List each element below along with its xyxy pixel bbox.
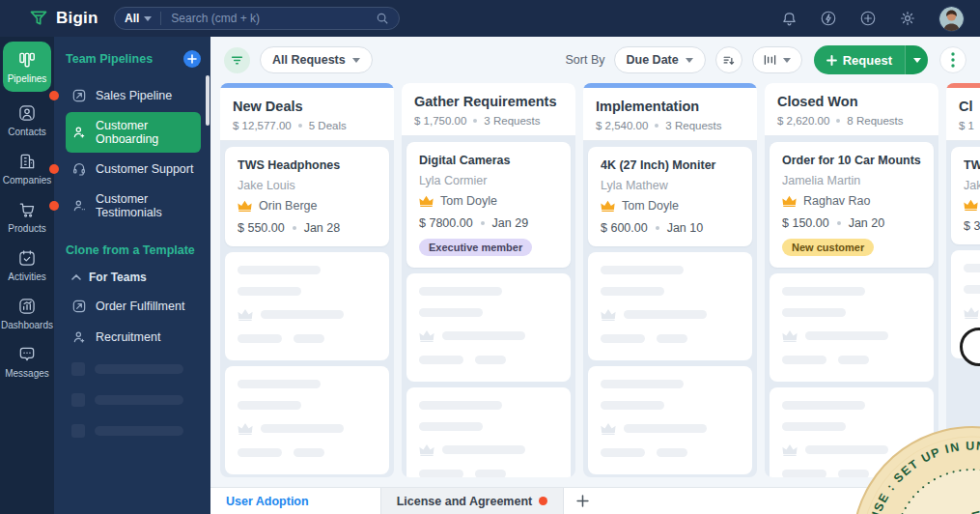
crown-icon xyxy=(964,199,978,211)
settings-gear-icon[interactable] xyxy=(899,10,916,27)
tab-user-adoption[interactable]: User Adoption xyxy=(210,488,324,514)
person-plus-icon xyxy=(71,329,87,345)
deal-card[interactable]: TWS Headphones Jake Louis Orin Berge $ 5… xyxy=(225,147,389,246)
crown-icon xyxy=(601,200,615,212)
notification-dot xyxy=(49,91,59,100)
sort-order-button[interactable] xyxy=(715,46,742,73)
rail-item-dashboards[interactable]: Dashboards xyxy=(0,289,54,337)
search-scope-dropdown[interactable]: All xyxy=(125,12,161,25)
add-tab-button[interactable] xyxy=(564,488,602,514)
crown-placeholder-icon xyxy=(238,422,253,435)
column-amount: $ 1 xyxy=(959,120,974,131)
notification-dot xyxy=(49,201,59,211)
user-avatar[interactable] xyxy=(938,6,965,32)
column-layout-dropdown[interactable] xyxy=(752,46,802,73)
columns-icon xyxy=(764,54,776,66)
panel-scrollbar[interactable] xyxy=(206,75,210,126)
quick-actions-flash-icon[interactable] xyxy=(820,10,837,27)
deal-card[interactable]: Digital Cameras Lyla Cormier Tom Doyle $… xyxy=(406,142,571,268)
for-teams-group[interactable]: For Teams xyxy=(66,267,201,292)
chevron-down-icon xyxy=(686,58,693,63)
more-options-button[interactable] xyxy=(939,46,966,73)
column-header[interactable]: Cl $ 1 xyxy=(946,88,980,141)
team-pipelines-header: Team Pipelines xyxy=(66,52,153,66)
rail-item-activities[interactable]: Activities xyxy=(0,241,54,289)
column-amount: $ 2,540.00 xyxy=(596,120,648,131)
template-item-order-fulfillment[interactable]: Order Fulfillment xyxy=(66,292,201,321)
filter-button[interactable] xyxy=(224,47,250,73)
column-implementation: Implementation $ 2,540.003 Requests 4K (… xyxy=(583,83,757,477)
kanban-board: New Deals $ 12,577.005 Deals TWS Headpho… xyxy=(210,83,980,477)
rail-item-products[interactable]: Products xyxy=(0,192,54,241)
template-item-recruitment[interactable]: Recruitment xyxy=(66,323,201,352)
crown-placeholder-icon xyxy=(601,308,616,321)
rail-item-contacts[interactable]: Contacts xyxy=(0,96,54,144)
crown-placeholder-icon xyxy=(964,306,979,319)
notifications-bell-icon[interactable] xyxy=(781,11,798,27)
chevron-down-icon xyxy=(913,58,921,63)
column-amount: $ 12,577.00 xyxy=(233,120,292,131)
crown-placeholder-icon xyxy=(419,329,434,342)
crown-placeholder-icon xyxy=(782,329,798,342)
pipeline-item-customer-support[interactable]: Customer Support xyxy=(66,155,201,184)
crown-placeholder-icon xyxy=(419,443,434,456)
pipeline-item-sales-pipeline[interactable]: Sales Pipeline xyxy=(66,81,201,110)
rail-item-messages[interactable]: Messages xyxy=(0,337,54,386)
add-pipeline-button[interactable] xyxy=(183,50,201,68)
brand[interactable]: Bigin xyxy=(0,9,114,28)
skeleton-card xyxy=(588,366,752,474)
search-input[interactable] xyxy=(161,12,376,25)
deal-card[interactable]: TW Jak $ 3 xyxy=(951,147,980,244)
add-request-button[interactable]: Request xyxy=(814,45,928,74)
sort-field-dropdown[interactable]: Due Date xyxy=(614,46,706,73)
crown-placeholder-icon xyxy=(238,308,253,321)
column-header[interactable]: Gather Requirements $ 1,750.003 Requests xyxy=(402,83,575,136)
deal-card[interactable]: 4K (27 Inch) Moniter Lyla Mathew Tom Doy… xyxy=(588,147,752,246)
skeleton-card xyxy=(225,252,389,360)
column-header[interactable]: Closed Won $ 2,620.008 Requests xyxy=(765,83,938,136)
brand-name: Bigin xyxy=(56,9,98,28)
pipeline-item-customer-testimonials[interactable]: Customer Testimonials xyxy=(66,186,201,226)
view-filter-dropdown[interactable]: All Requests xyxy=(260,46,373,73)
column-amount: $ 1,750.00 xyxy=(414,115,466,127)
search-icon xyxy=(376,12,389,25)
chevron-up-icon xyxy=(71,274,81,280)
column-count: 3 Requests xyxy=(665,120,721,131)
global-search[interactable]: All xyxy=(114,7,400,30)
request-dropdown-caret[interactable] xyxy=(905,45,928,74)
tag-badge: Executive member xyxy=(419,239,532,256)
pipeline-item-customer-onboarding[interactable]: Customer Onboarding xyxy=(66,112,201,153)
due-date: Jan 29 xyxy=(492,216,529,230)
notification-dot xyxy=(49,164,59,174)
pipeline-chart-icon xyxy=(71,299,87,314)
column-header[interactable]: New Deals $ 12,577.005 Deals xyxy=(220,88,394,141)
tag-badge: New customer xyxy=(782,239,874,256)
tab-license-agreement[interactable]: License and Agreement xyxy=(380,488,565,514)
skeleton-card xyxy=(588,252,752,360)
skeleton-card xyxy=(406,387,571,477)
deal-card[interactable]: Order for 10 Car Mounts Jamelia Martin R… xyxy=(770,142,934,268)
person-star-icon xyxy=(71,198,87,214)
main-content: All Requests Sort By Due Date Request xyxy=(210,37,980,514)
column-new-deals: New Deals $ 12,577.005 Deals TWS Headpho… xyxy=(220,83,394,477)
clone-template-header: Clone from a Template xyxy=(66,243,201,257)
plus-icon xyxy=(576,495,589,507)
add-plus-circle-icon[interactable] xyxy=(859,10,877,27)
column-count: 5 Deals xyxy=(309,120,347,131)
column-gather-requirements: Gather Requirements $ 1,750.003 Requests… xyxy=(402,83,575,477)
column-header[interactable]: Implementation $ 2,540.003 Requests xyxy=(583,88,757,141)
skeleton-card xyxy=(406,273,571,382)
sort-ascending-icon xyxy=(722,54,736,67)
alert-dot xyxy=(539,497,547,505)
kebab-menu-icon xyxy=(951,52,955,68)
dashboards-chart-icon xyxy=(17,297,37,316)
pipeline-chart-icon xyxy=(71,88,87,103)
rail-item-companies[interactable]: Companies xyxy=(0,144,54,192)
pipelines-kanban-icon xyxy=(17,50,37,70)
due-date: Jan 20 xyxy=(849,216,885,230)
skeleton-card xyxy=(770,273,934,382)
template-skeleton-row xyxy=(66,385,201,415)
column-count: 8 Requests xyxy=(847,115,903,127)
rail-item-pipelines[interactable]: Pipelines xyxy=(3,42,51,92)
template-skeleton-row xyxy=(66,354,201,385)
